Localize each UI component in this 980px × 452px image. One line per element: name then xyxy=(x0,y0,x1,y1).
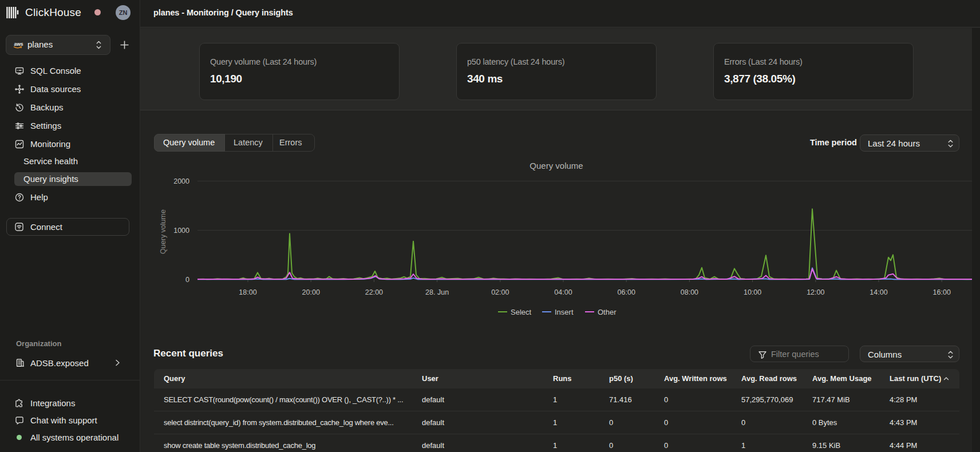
svg-text:06:00: 06:00 xyxy=(618,288,635,296)
svg-text:14:00: 14:00 xyxy=(870,288,887,296)
svg-text:16:00: 16:00 xyxy=(933,288,951,296)
svg-text:Other: Other xyxy=(598,308,617,316)
svg-text:04:00: 04:00 xyxy=(554,288,572,296)
svg-text:aws: aws xyxy=(14,41,23,47)
svg-text:22:00: 22:00 xyxy=(365,288,383,296)
svg-text:0: 0 xyxy=(185,276,189,284)
svg-text:08:00: 08:00 xyxy=(681,288,698,296)
svg-text:12:00: 12:00 xyxy=(807,288,824,296)
svg-text:2000: 2000 xyxy=(173,177,189,185)
svg-text:20:00: 20:00 xyxy=(302,288,320,296)
svg-text:10:00: 10:00 xyxy=(744,288,761,296)
svg-text:18:00: 18:00 xyxy=(239,288,256,296)
svg-text:1000: 1000 xyxy=(173,227,189,235)
svg-text:Query volume: Query volume xyxy=(529,161,583,171)
svg-text:Insert: Insert xyxy=(555,308,574,316)
svg-text:Select: Select xyxy=(511,308,532,316)
svg-text:Query volume: Query volume xyxy=(159,209,167,254)
svg-text:28. Jun: 28. Jun xyxy=(425,288,449,296)
svg-text:02:00: 02:00 xyxy=(491,288,509,296)
